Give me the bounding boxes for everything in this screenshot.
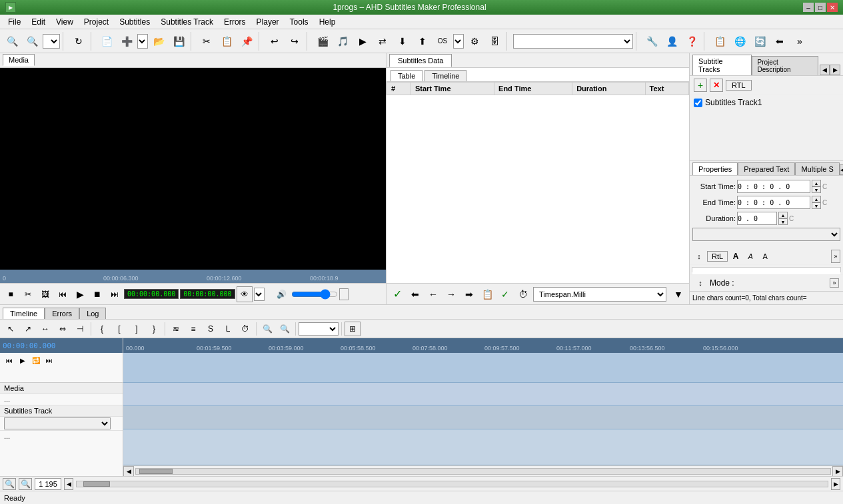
tl-list-button[interactable]: ≡ [185,322,201,336]
bold-button[interactable]: A [729,250,742,263]
import-button[interactable]: ⬇ [393,32,412,51]
subtitles-data-tab[interactable]: Subtitles Data [389,54,452,67]
tl-trim-button[interactable]: ⊣ [72,322,88,336]
add-track-button[interactable]: + [694,79,707,92]
check-button[interactable]: ✓ [497,286,513,302]
tl-bracket-open2-button[interactable]: [ [111,322,127,336]
settings-button[interactable]: ⚙ [465,32,484,51]
rtl-button[interactable]: RTL [726,80,752,91]
zoom-scroll-left[interactable]: ◀ [64,478,73,490]
end-time-input[interactable] [737,196,810,209]
sync-button[interactable]: ⇄ [373,32,392,51]
new-button[interactable]: 📄 [97,32,116,51]
play-button[interactable]: ▶ [353,32,372,51]
shift-left-button[interactable]: ← [425,286,441,302]
refresh-button[interactable]: ↻ [69,32,88,51]
zoom-out-button[interactable]: 🔍 [23,32,41,51]
tab-timeline[interactable]: Timeline [424,70,466,81]
media-loop-button[interactable]: 🔁 [31,355,41,366]
video-button[interactable]: 🎬 [313,32,332,51]
copy2-button[interactable]: 📋 [710,32,729,51]
copy-sub-button[interactable]: 📋 [479,286,495,302]
clock-button[interactable]: ⏱ [515,286,531,302]
mode-icon[interactable]: ↕ [694,276,707,290]
move-icon[interactable]: ↕ [692,250,706,263]
tl-combo[interactable] [299,322,339,336]
web-button[interactable]: 🌐 [730,32,749,51]
os-button[interactable]: OS [433,32,452,51]
tl-zoom-in-button[interactable]: 🔍 [259,322,275,336]
tl-bracket-close2-button[interactable]: } [146,322,162,336]
multiple-s-tab[interactable]: Multiple S [795,162,839,175]
minimize-button[interactable]: – [803,3,814,12]
save-button[interactable]: 💾 [169,32,188,51]
start-time-down[interactable]: ▼ [812,186,821,193]
media-tab[interactable]: Media [3,54,35,66]
subtitles-track-combo[interactable] [4,417,111,429]
log-tab[interactable]: Log [79,308,106,319]
menu-project[interactable]: Project [79,16,114,28]
media-play-button[interactable]: ▶ [17,355,28,366]
tl-move2-button[interactable]: ⇔ [55,322,71,336]
volume-slider[interactable] [291,292,338,297]
add-subtitle-button[interactable]: ➕ [117,32,136,51]
stop-button[interactable]: ■ [3,286,19,302]
menu-view[interactable]: View [51,16,79,28]
redo-button[interactable]: ↪ [285,32,304,51]
subtitle-text-area[interactable] [692,267,841,272]
tl-waveform-button[interactable]: ≋ [168,322,184,336]
scroll-thumb[interactable] [139,469,173,474]
cut-video-button[interactable]: ✂ [20,286,36,302]
play-pause-button[interactable]: ▶ [72,286,88,302]
right-combo[interactable] [513,34,633,49]
scroll-left-button[interactable]: ◀ [123,466,134,477]
mute-button[interactable]: 🔊 [274,286,290,302]
prev-button[interactable]: ⏮ [55,286,71,302]
zoom-out-tl-button[interactable]: 🔍 [19,478,32,490]
paste-button[interactable]: 📌 [237,32,256,51]
zoom-scroll-thumb[interactable] [83,481,110,487]
props-nav-left[interactable]: ◀ [840,164,843,175]
shift-right-button[interactable]: → [443,286,459,302]
audio-button[interactable]: 🎵 [333,32,352,51]
subtitle-tracks-tab[interactable]: Subtitle Tracks [692,55,752,75]
maximize-button[interactable]: □ [815,3,826,12]
close-button[interactable]: ✕ [827,3,838,12]
expand-format[interactable]: » [831,250,840,263]
project-desc-tab[interactable]: Project Description [752,56,818,75]
add-combo[interactable] [137,34,148,49]
tl-cursor-button[interactable]: ↖ [3,322,19,336]
view-mode-button[interactable]: 👁 [237,286,253,302]
zoom-combo[interactable] [43,34,60,49]
end-time-up[interactable]: ▲ [812,196,821,202]
tl-bracket-open-button[interactable]: { [94,322,110,336]
tl-bracket-close-button[interactable]: ] [129,322,145,336]
scroll-right-button[interactable]: ▶ [832,466,843,477]
tool-button[interactable]: 🔧 [642,32,661,51]
next-button[interactable]: ⏭ [107,286,123,302]
prev-sub-button[interactable]: ⬅ [407,286,423,302]
menu-subtitles-track[interactable]: Subtitles Track [155,16,219,28]
expand-tb-button[interactable]: » [790,32,809,51]
timespan-combo[interactable]: Timespan.Milli [533,287,666,302]
start-time-up[interactable]: ▲ [812,180,821,186]
menu-errors[interactable]: Errors [219,16,251,28]
timeline-time-display[interactable]: 00:00:00.000 [3,342,55,350]
db-button[interactable]: 🗄 [485,32,504,51]
cut-button[interactable]: ✂ [197,32,216,51]
menu-tools[interactable]: Tools [285,16,314,28]
stop2-button[interactable]: ⏹ [89,286,105,302]
errors-tab[interactable]: Errors [45,308,79,319]
tab-table[interactable]: Table [391,70,422,81]
style-combo[interactable] [692,228,840,241]
zoom-in-button[interactable]: 🔍 [3,32,21,51]
back-button[interactable]: ⬅ [770,32,789,51]
rtl2-button[interactable]: RtL [707,251,728,262]
menu-help[interactable]: Help [314,16,341,28]
caps-button[interactable]: A [758,250,772,263]
next-sub-button[interactable]: ➡ [461,286,477,302]
view-combo[interactable] [254,288,265,301]
media-prev-button[interactable]: ⏮ [4,355,15,366]
zoom-scroll-right[interactable]: ▶ [831,478,840,490]
tracks-nav-left[interactable]: ◀ [820,65,830,75]
